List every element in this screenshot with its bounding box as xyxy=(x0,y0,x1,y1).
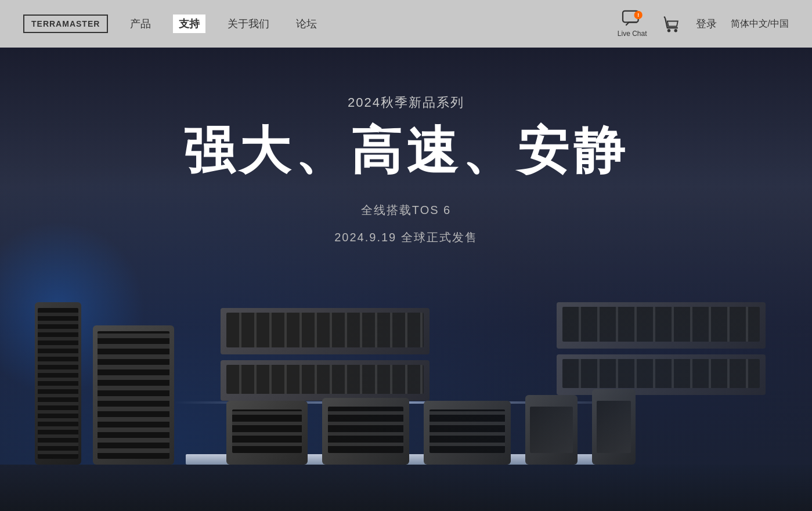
product-desktop-3[interactable] xyxy=(424,401,511,465)
svg-text:!: ! xyxy=(637,12,639,18)
product-desktop-1[interactable] xyxy=(226,401,308,465)
svg-point-4 xyxy=(674,29,677,32)
live-chat-label: Live Chat xyxy=(618,30,647,38)
live-chat-button[interactable]: ! Live Chat xyxy=(618,10,647,38)
product-desktop-5[interactable] xyxy=(592,389,636,465)
navbar: TERRAMASTER 产品 支持 关于我们 论坛 ! Live Chat xyxy=(0,0,812,48)
hero-tos-line: 全线搭载TOS 6 xyxy=(183,202,629,218)
login-button[interactable]: 登录 xyxy=(696,17,717,31)
navbar-right: ! Live Chat 登录 简体中文/中国 xyxy=(618,10,789,38)
nav-item-support[interactable]: 支持 xyxy=(173,15,205,33)
products-stage xyxy=(0,267,812,511)
product-rack-3[interactable] xyxy=(557,302,766,349)
product-desktop-2[interactable] xyxy=(322,398,409,465)
hero-subtitle: 2024秋季新品系列 xyxy=(183,94,629,111)
product-tower-wide[interactable] xyxy=(93,325,174,465)
product-rack-1[interactable] xyxy=(221,308,430,354)
hero-section: 2024秋季新品系列 强大、高速、安静 全线搭载TOS 6 2024.9.19 … xyxy=(0,48,812,511)
nav-item-products[interactable]: 产品 xyxy=(125,15,156,33)
nav-item-forum[interactable]: 论坛 xyxy=(291,15,322,33)
hero-date-line: 2024.9.19 全球正式发售 xyxy=(183,230,629,245)
live-chat-icon: ! xyxy=(622,10,643,28)
product-desktop-4[interactable] xyxy=(525,395,578,465)
language-selector[interactable]: 简体中文/中国 xyxy=(731,18,789,30)
navbar-left: TERRAMASTER 产品 支持 关于我们 论坛 xyxy=(23,15,618,33)
product-rack-2[interactable] xyxy=(221,360,430,401)
hero-title: 强大、高速、安静 xyxy=(183,123,629,179)
product-tower-tall[interactable] xyxy=(35,302,81,465)
cart-button[interactable] xyxy=(661,13,682,34)
nav-links: 产品 支持 关于我们 论坛 xyxy=(125,15,322,33)
svg-point-3 xyxy=(667,29,670,32)
nav-item-about[interactable]: 关于我们 xyxy=(223,15,274,33)
cart-icon xyxy=(661,13,682,34)
logo[interactable]: TERRAMASTER xyxy=(23,15,108,33)
floor xyxy=(0,465,812,511)
product-rack-4[interactable] xyxy=(557,354,766,395)
hero-text: 2024秋季新品系列 强大、高速、安静 全线搭载TOS 6 2024.9.19 … xyxy=(183,94,629,245)
